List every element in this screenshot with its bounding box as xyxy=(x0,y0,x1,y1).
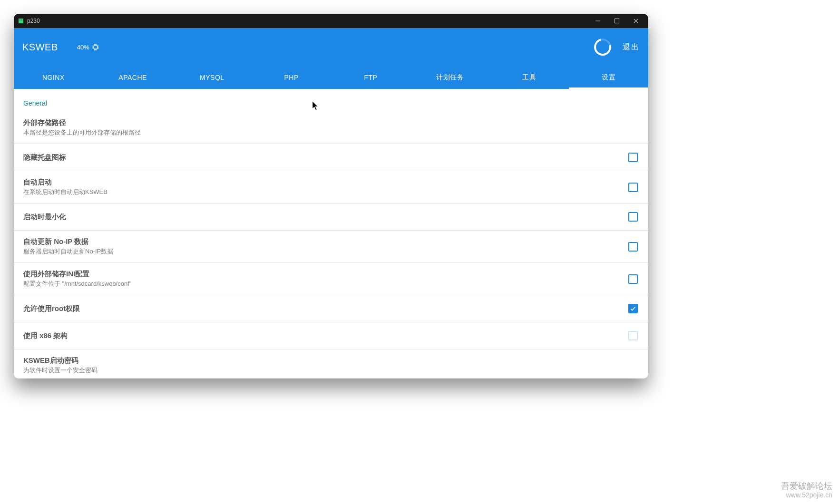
tab-ftp[interactable]: FTP xyxy=(331,66,410,89)
setting-subtitle: 服务器启动时自动更新No-IP数据 xyxy=(23,247,628,256)
tab-label: PHP xyxy=(284,74,298,81)
setting-hide-tray-icon[interactable]: 隐藏托盘图标 xyxy=(14,144,648,171)
cursor-icon xyxy=(312,101,319,111)
tab-tools[interactable]: 工具 xyxy=(490,66,569,89)
setting-title: 外部存储路径 xyxy=(23,118,640,127)
svg-rect-7 xyxy=(94,45,98,49)
setting-auto-start[interactable]: 自动启动 在系统启动时自动启动KSWEB xyxy=(14,171,648,204)
app-header: KSWEB 40% 退出 xyxy=(14,28,648,66)
setting-title: KSWEB启动密码 xyxy=(23,356,640,365)
checkbox-use-external-ini[interactable] xyxy=(628,274,638,284)
emulator-window: p230 KSWEB 40% 退出 NGINX APACHE xyxy=(14,14,648,378)
tab-apache[interactable]: APACHE xyxy=(93,66,173,89)
checkbox-allow-root[interactable] xyxy=(628,304,638,313)
setting-use-external-ini[interactable]: 使用外部储存INI配置 配置文件位于 "/mnt/sdcard/ksweb/co… xyxy=(14,263,648,295)
checkbox-hide-tray-icon[interactable] xyxy=(628,153,638,162)
settings-content: General 外部存储路径 本路径是您设备上的可用外部存储的根路径 隐藏托盘图… xyxy=(14,89,648,378)
svg-rect-4 xyxy=(615,19,619,23)
loading-spinner-icon xyxy=(591,35,614,58)
tab-label: 计划任务 xyxy=(436,73,464,82)
cpu-usage: 40% xyxy=(77,43,100,51)
tab-mysql[interactable]: MYSQL xyxy=(173,66,252,89)
setting-subtitle: 在系统启动时自动启动KSWEB xyxy=(23,188,628,196)
tab-label: APACHE xyxy=(118,74,147,81)
setting-title: 自动更新 No-IP 数据 xyxy=(23,237,628,246)
tab-nginx[interactable]: NGINX xyxy=(14,66,93,89)
setting-ext-storage-path[interactable]: 外部存储路径 本路径是您设备上的可用外部存储的根路径 xyxy=(14,112,648,144)
close-button[interactable] xyxy=(626,14,645,28)
chip-icon xyxy=(91,43,100,51)
svg-rect-0 xyxy=(19,19,23,23)
checkbox-auto-start[interactable] xyxy=(628,183,638,192)
svg-point-1 xyxy=(20,19,20,20)
watermark-line1: 吾爱破解论坛 xyxy=(781,481,832,492)
setting-use-x86[interactable]: 使用 x86 架构 xyxy=(14,322,648,349)
setting-start-minimized[interactable]: 启动时最小化 xyxy=(14,204,648,231)
tab-php[interactable]: PHP xyxy=(252,66,331,89)
checkbox-use-x86 xyxy=(628,331,638,340)
tab-label: FTP xyxy=(364,74,377,81)
tab-label: MYSQL xyxy=(200,74,224,81)
maximize-button[interactable] xyxy=(607,14,626,28)
setting-subtitle: 为软件时设置一个安全密码 xyxy=(23,366,640,375)
tab-label: NGINX xyxy=(42,74,65,81)
tab-scheduled[interactable]: 计划任务 xyxy=(410,66,490,89)
tab-bar: NGINX APACHE MYSQL PHP FTP 计划任务 工具 设置 xyxy=(14,66,648,89)
setting-start-password[interactable]: KSWEB启动密码 为软件时设置一个安全密码 xyxy=(14,349,648,378)
tab-label: 工具 xyxy=(522,73,536,82)
tab-settings[interactable]: 设置 xyxy=(569,66,648,89)
setting-auto-update-noip[interactable]: 自动更新 No-IP 数据 服务器启动时自动更新No-IP数据 xyxy=(14,231,648,263)
watermark: 吾爱破解论坛 www.52pojie.cn xyxy=(781,481,832,499)
setting-title: 使用外部储存INI配置 xyxy=(23,270,628,279)
setting-allow-root[interactable]: 允许使用root权限 xyxy=(14,295,648,322)
checkbox-start-minimized[interactable] xyxy=(628,212,638,222)
app-title: KSWEB xyxy=(22,42,58,53)
setting-title: 自动启动 xyxy=(23,178,628,187)
setting-title: 隐藏托盘图标 xyxy=(23,153,628,162)
setting-title: 启动时最小化 xyxy=(23,213,628,222)
cpu-percent-text: 40% xyxy=(77,44,89,51)
minimize-button[interactable] xyxy=(588,14,607,28)
setting-title: 允许使用root权限 xyxy=(23,304,628,313)
setting-subtitle: 配置文件位于 "/mnt/sdcard/ksweb/conf" xyxy=(23,280,628,288)
setting-subtitle: 本路径是您设备上的可用外部存储的根路径 xyxy=(23,128,640,137)
window-title: p230 xyxy=(27,18,40,24)
app-icon xyxy=(18,18,24,24)
setting-title: 使用 x86 架构 xyxy=(23,331,628,340)
tab-label: 设置 xyxy=(602,73,615,82)
svg-point-2 xyxy=(21,19,22,20)
exit-button[interactable]: 退出 xyxy=(623,42,640,52)
watermark-line2: www.52pojie.cn xyxy=(781,491,832,499)
checkbox-auto-update-noip[interactable] xyxy=(628,242,638,252)
window-titlebar: p230 xyxy=(14,14,648,28)
section-general-header: General xyxy=(14,89,648,112)
